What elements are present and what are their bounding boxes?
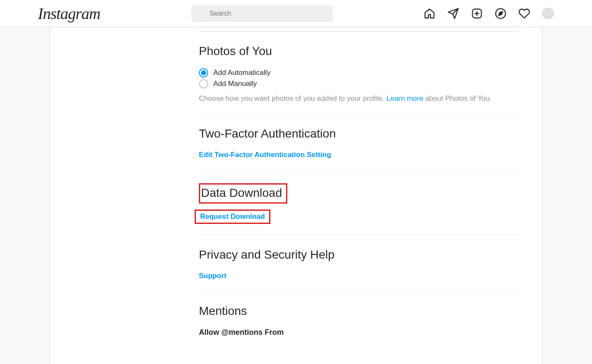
radio-label-auto: Add Automatically xyxy=(213,69,270,77)
radio-icon-unchecked xyxy=(199,79,208,88)
radio-label-manual: Add Manually xyxy=(213,80,257,88)
photos-of-you-title: Photos of You xyxy=(199,44,520,58)
radio-icon-checked xyxy=(199,68,208,77)
section-two-factor: Two-Factor Authentication Edit Two-Facto… xyxy=(199,114,520,170)
highlight-data-download-title: Data Download xyxy=(199,183,287,204)
radio-add-automatically[interactable]: Add Automatically xyxy=(199,68,520,77)
edit-two-factor-link[interactable]: Edit Two-Factor Authentication Setting xyxy=(199,151,331,159)
content-wrap: Photos of You Add Automatically Add Manu… xyxy=(50,27,542,364)
nav-icons-group xyxy=(424,8,554,19)
highlight-request-download: Request Download xyxy=(195,210,270,224)
learn-more-link[interactable]: Learn more xyxy=(386,94,423,102)
profile-avatar[interactable] xyxy=(542,8,554,19)
new-post-icon[interactable] xyxy=(471,8,483,19)
data-download-title: Data Download xyxy=(201,186,282,200)
two-factor-title: Two-Factor Authentication xyxy=(199,127,520,141)
mentions-title: Mentions xyxy=(199,304,520,318)
section-mentions: Mentions Allow @mentions From xyxy=(199,291,520,348)
instagram-logo[interactable]: Instagram xyxy=(38,4,100,23)
request-download-link[interactable]: Request Download xyxy=(200,212,265,221)
photos-help-text: Choose how you want photos of you added … xyxy=(199,94,520,103)
page-body: Photos of You Add Automatically Add Manu… xyxy=(0,27,592,364)
section-data-download: Data Download Request Download xyxy=(199,170,520,235)
privacy-help-title: Privacy and Security Help xyxy=(199,248,520,262)
section-photos-of-you: Photos of You Add Automatically Add Manu… xyxy=(199,32,520,114)
help-prefix: Choose how you want photos of you added … xyxy=(199,94,386,102)
nav-inner: Instagram xyxy=(25,4,567,23)
messages-icon[interactable] xyxy=(447,8,459,19)
settings-sidebar xyxy=(50,27,177,364)
top-navigation: Instagram xyxy=(0,0,592,27)
search-wrapper xyxy=(191,5,333,22)
radio-add-manually[interactable]: Add Manually xyxy=(199,79,520,88)
search-input[interactable] xyxy=(191,5,333,22)
home-icon[interactable] xyxy=(424,8,435,19)
activity-icon[interactable] xyxy=(518,8,530,19)
mentions-subheading: Allow @mentions From xyxy=(199,328,520,337)
settings-main: Photos of You Add Automatically Add Manu… xyxy=(177,27,542,364)
section-privacy-help: Privacy and Security Help Support xyxy=(199,235,520,291)
explore-icon[interactable] xyxy=(495,8,507,19)
help-suffix: about Photos of You. xyxy=(423,94,492,102)
support-link[interactable]: Support xyxy=(199,272,226,280)
svg-marker-7 xyxy=(499,11,503,15)
